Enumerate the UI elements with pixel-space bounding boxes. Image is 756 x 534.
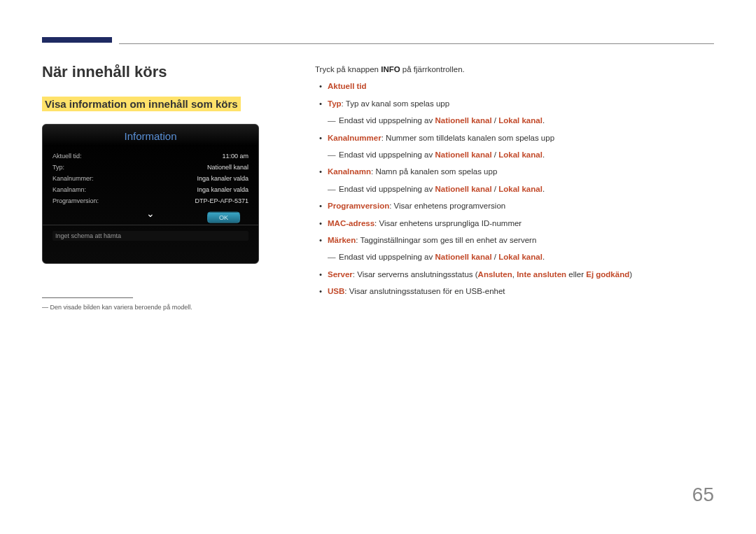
- chevron-down-icon[interactable]: ⌄: [146, 208, 155, 219]
- item-usb-label: USB: [328, 287, 344, 295]
- info-list: Programversion: Visar enhetens programve…: [315, 199, 714, 246]
- page-number: 65: [692, 484, 714, 506]
- item-server-close: ): [629, 270, 632, 279]
- footnote-rule: [42, 297, 133, 298]
- sub-text: Endast vid uppspelning av: [339, 150, 435, 159]
- page-title: När innehåll körs: [42, 63, 308, 81]
- sub-lokal: Lokal kanal: [498, 150, 542, 159]
- sub-text: Endast vid uppspelning av: [339, 185, 435, 193]
- info-list: Aktuell tid Typ: Typ av kanal som spelas…: [315, 80, 714, 110]
- sub-nationell: Nationell kanal: [435, 185, 491, 193]
- item-server-eller: eller: [566, 270, 586, 279]
- info-row-label: Aktuell tid:: [52, 153, 82, 160]
- sub-period: .: [542, 150, 545, 159]
- list-item: Typ: Typ av kanal som spelas upp: [315, 97, 714, 110]
- sub-nationell: Nationell kanal: [435, 116, 491, 125]
- item-kanalnummer-label: Kanalnummer: [328, 134, 382, 142]
- item-kanalnamn-label: Kanalnamn: [328, 167, 371, 176]
- list-item: MAC-adress: Visar enhetens ursprungliga …: [315, 217, 714, 230]
- sub-note: Endast vid uppspelning av Nationell kana…: [315, 183, 714, 195]
- item-server-text: : Visar serverns anslutningsstatus (: [353, 270, 478, 279]
- item-marken-text: : Tagginställningar som ges till en enhe…: [356, 236, 536, 244]
- list-item: Aktuell tid: [315, 80, 714, 92]
- info-row-value: Inga kanaler valda: [197, 175, 248, 182]
- info-panel-footer: Inget schema att hämta: [43, 225, 258, 263]
- sub-text: Endast vid uppspelning av: [339, 253, 435, 261]
- item-mac-label: MAC-adress: [328, 219, 374, 227]
- section-subtitle: Visa information om innehåll som körs: [42, 97, 241, 111]
- info-list: Kanalnummer: Nummer som tilldelats kanal…: [315, 132, 714, 144]
- sub-sep: /: [492, 116, 499, 125]
- item-usb-text: : Visar anslutningsstatusen för en USB-e…: [344, 287, 505, 295]
- list-item: Programversion: Visar enhetens programve…: [315, 199, 714, 212]
- info-panel-body: Aktuell tid:11:00 am Typ:Nationell kanal…: [43, 146, 258, 225]
- right-column: Tryck på knappen INFO på fjärrkontrollen…: [308, 63, 714, 311]
- intro-text: Tryck på knappen: [315, 65, 381, 73]
- info-row: Kanalnamn:Inga kanaler valda: [52, 184, 248, 195]
- list-item: USB: Visar anslutningsstatusen för en US…: [315, 285, 714, 297]
- intro-line: Tryck på knappen INFO på fjärrkontrollen…: [315, 63, 714, 76]
- item-server-ej: Ej godkänd: [586, 270, 629, 279]
- item-kanalnummer-text: : Nummer som tilldelats kanalen som spel…: [382, 134, 554, 142]
- item-mac-text: : Visar enhetens ursprungliga ID-nummer: [374, 219, 522, 227]
- item-aktuell-tid: Aktuell tid: [328, 82, 367, 90]
- info-panel-wrapper: Information Aktuell tid:11:00 am Typ:Nat…: [42, 124, 308, 264]
- info-row-label: Programversion:: [52, 197, 99, 204]
- item-typ-label: Typ: [328, 99, 342, 108]
- sub-sep: /: [492, 253, 499, 261]
- header-rule: [119, 43, 714, 44]
- item-server-ansluten: Ansluten: [478, 270, 512, 279]
- sub-nationell: Nationell kanal: [435, 150, 491, 159]
- info-panel-footer-text: Inget schema att hämta: [52, 231, 248, 241]
- sub-text: Endast vid uppspelning av: [339, 116, 435, 125]
- header-accent-bar: [42, 37, 112, 43]
- list-item: Server: Visar serverns anslutningsstatus…: [315, 268, 714, 281]
- sub-nationell: Nationell kanal: [435, 253, 491, 261]
- item-kanalnamn-text: : Namn på kanalen som spelas upp: [371, 167, 497, 176]
- item-programversion-label: Programversion: [328, 202, 389, 210]
- item-marken-label: Märken: [328, 236, 356, 244]
- info-list: Server: Visar serverns anslutningsstatus…: [315, 268, 714, 298]
- sub-note: Endast vid uppspelning av Nationell kana…: [315, 148, 714, 161]
- footnote-text: Den visade bilden kan variera beroende p…: [50, 304, 192, 311]
- item-programversion-text: : Visar enhetens programversion: [389, 202, 505, 210]
- item-typ-text: : Typ av kanal som spelas upp: [342, 99, 450, 108]
- footnote: ― Den visade bilden kan variera beroende…: [42, 304, 308, 311]
- info-row-label: Typ:: [52, 164, 64, 171]
- info-panel: Information Aktuell tid:11:00 am Typ:Nat…: [42, 124, 259, 264]
- intro-bold: INFO: [381, 65, 400, 73]
- info-row: Kanalnummer:Inga kanaler valda: [52, 173, 248, 184]
- info-row-label: Kanalnamn:: [52, 186, 86, 193]
- sub-sep: /: [492, 150, 499, 159]
- sub-period: .: [542, 116, 545, 125]
- ok-button[interactable]: OK: [207, 212, 240, 223]
- info-panel-title: Information: [43, 125, 258, 146]
- sub-period: .: [542, 253, 545, 261]
- sub-note: Endast vid uppspelning av Nationell kana…: [315, 114, 714, 127]
- info-row: Typ:Nationell kanal: [52, 162, 248, 173]
- list-item: Kanalnummer: Nummer som tilldelats kanal…: [315, 132, 714, 144]
- info-list: Kanalnamn: Namn på kanalen som spelas up…: [315, 165, 714, 178]
- info-row-value: Inga kanaler valda: [197, 186, 248, 193]
- sub-period: .: [542, 185, 545, 193]
- item-server-label: Server: [328, 270, 353, 279]
- list-item: Märken: Tagginställningar som ges till e…: [315, 234, 714, 246]
- info-row-label: Kanalnummer:: [52, 175, 94, 182]
- sub-lokal: Lokal kanal: [498, 253, 542, 261]
- sub-sep: /: [492, 185, 499, 193]
- info-row: Aktuell tid:11:00 am: [52, 150, 248, 162]
- sub-lokal: Lokal kanal: [498, 116, 542, 125]
- item-server-inte: Inte ansluten: [517, 270, 566, 279]
- info-row: Programversion:DTP-EP-AFP-5371: [52, 195, 248, 206]
- sub-lokal: Lokal kanal: [498, 185, 542, 193]
- footnote-marker: ―: [42, 304, 48, 311]
- info-row-value: 11:00 am: [222, 153, 248, 160]
- sub-note: Endast vid uppspelning av Nationell kana…: [315, 251, 714, 263]
- left-column: När innehåll körs Visa information om in…: [42, 63, 308, 311]
- info-row-value: Nationell kanal: [207, 164, 248, 171]
- info-row-value: DTP-EP-AFP-5371: [195, 197, 248, 204]
- list-item: Kanalnamn: Namn på kanalen som spelas up…: [315, 165, 714, 178]
- chevron-row: ⌄ OK: [52, 206, 248, 222]
- page-content: När innehåll körs Visa information om in…: [42, 63, 714, 311]
- intro-text: på fjärrkontrollen.: [400, 65, 465, 73]
